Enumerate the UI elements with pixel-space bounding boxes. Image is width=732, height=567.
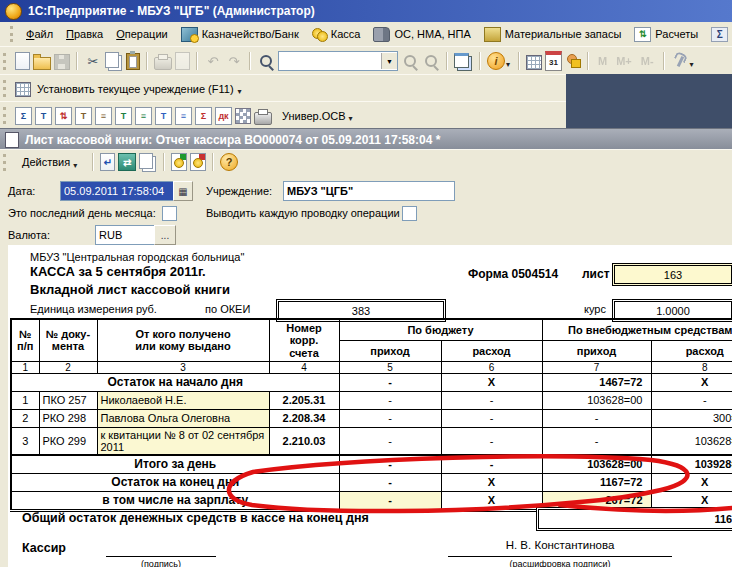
grand-total-field[interactable]: 1167=72 bbox=[536, 507, 732, 531]
chevron-down-icon[interactable]: ▾ bbox=[349, 114, 353, 123]
amount-cell[interactable]: - bbox=[339, 391, 441, 409]
column-number[interactable]: 8 bbox=[651, 361, 732, 373]
checker-report-icon[interactable] bbox=[235, 108, 251, 124]
amount-cell[interactable]: - bbox=[441, 409, 542, 427]
amount-cell[interactable]: - bbox=[542, 409, 651, 427]
summary-turnover-report-icon[interactable]: Σ bbox=[15, 107, 32, 125]
column-header[interactable]: № доку-мента bbox=[39, 319, 97, 361]
service-info-icon[interactable]: i bbox=[487, 52, 505, 70]
column-header[interactable]: От кого полученоили кому выдано bbox=[97, 319, 269, 361]
column-number[interactable]: 4 bbox=[269, 361, 339, 373]
column-number[interactable]: 3 bbox=[97, 361, 269, 373]
amount-cell[interactable]: - bbox=[339, 427, 441, 455]
column-number[interactable]: 2 bbox=[39, 361, 97, 373]
column-group-header[interactable]: По внебюджетным средствам bbox=[542, 319, 732, 340]
amount-cell[interactable]: - bbox=[339, 491, 441, 510]
account-osv-report-icon[interactable]: Т bbox=[155, 107, 172, 125]
menu-edit[interactable]: Правка bbox=[60, 26, 109, 42]
find-previous-icon[interactable] bbox=[422, 52, 440, 70]
date-input[interactable]: 05.09.2011 17:58:04 bbox=[60, 181, 180, 201]
column-subheader[interactable]: расход bbox=[651, 340, 732, 361]
print-osv-icon[interactable] bbox=[254, 112, 272, 125]
amount-cell[interactable]: X bbox=[441, 373, 542, 391]
account-analysis-report-icon[interactable]: Т bbox=[75, 107, 92, 125]
copy-document-icon[interactable] bbox=[139, 153, 153, 169]
column-header[interactable]: Номеркорр.счета bbox=[269, 319, 339, 361]
column-subheader[interactable]: приход bbox=[339, 340, 441, 361]
column-number[interactable]: 6 bbox=[441, 361, 542, 373]
amount-cell[interactable]: - bbox=[651, 391, 732, 409]
copy-icon[interactable] bbox=[105, 52, 119, 68]
account-card-report-icon[interactable]: Т bbox=[115, 107, 132, 125]
posting-journal-report-icon[interactable]: дк bbox=[215, 107, 232, 125]
amount-cell[interactable]: 300=00 bbox=[651, 409, 732, 427]
forward-icon[interactable]: ↷ bbox=[225, 52, 243, 70]
description-cell[interactable]: Николаевой Н.Е. bbox=[97, 391, 269, 409]
summary-postings-report-icon[interactable]: Σ bbox=[195, 107, 212, 125]
chevron-down-icon[interactable]: ▾ bbox=[690, 60, 694, 69]
amount-cell[interactable]: - bbox=[339, 409, 441, 427]
print-icon[interactable] bbox=[154, 57, 172, 70]
column-subheader[interactable]: расход bbox=[441, 340, 542, 361]
description-cell[interactable]: Павлова Ольга Олеговна bbox=[97, 409, 269, 427]
windows-icon[interactable] bbox=[454, 53, 469, 68]
set-institution-button[interactable]: Установить текущее учреждение (F11) bbox=[34, 81, 237, 97]
menu-materials[interactable]: Материальные запасы bbox=[478, 25, 628, 44]
row-number-cell[interactable]: 2 bbox=[11, 409, 39, 427]
menu-assets[interactable]: ОС, НМА, НПА bbox=[367, 25, 476, 44]
menu-settlements[interactable]: ⇅Расчеты bbox=[628, 25, 704, 44]
currency-picker-button[interactable]: ... bbox=[154, 225, 176, 245]
doc-number-cell[interactable]: РКО 299 bbox=[39, 427, 97, 455]
show-postings-checkbox[interactable] bbox=[402, 206, 417, 221]
account-cell[interactable]: 2.208.34 bbox=[269, 409, 339, 427]
amount-cell[interactable]: - bbox=[441, 455, 542, 474]
column-header[interactable]: №п/п bbox=[11, 319, 39, 361]
amount-cell[interactable]: - bbox=[339, 473, 441, 491]
account-cell[interactable]: 2.210.03 bbox=[269, 427, 339, 455]
institution-input[interactable]: МБУЗ "ЦГБ" bbox=[283, 181, 455, 201]
column-number[interactable]: 5 bbox=[339, 361, 441, 373]
currency-input[interactable]: RUB bbox=[95, 225, 161, 245]
show-postings-credit-icon[interactable] bbox=[190, 153, 206, 171]
column-number[interactable]: 7 bbox=[542, 361, 651, 373]
column-number[interactable]: 1 bbox=[11, 361, 39, 373]
amount-cell[interactable]: - bbox=[542, 427, 651, 455]
back-icon[interactable]: ↶ bbox=[204, 52, 222, 70]
combo-dropdown-icon[interactable]: ▼ bbox=[381, 53, 397, 69]
user-permissions-icon[interactable] bbox=[565, 53, 581, 69]
column-subheader[interactable]: приход bbox=[542, 340, 651, 361]
amount-cell[interactable]: - bbox=[441, 427, 542, 455]
section-label-cell[interactable]: Остаток на конец дня bbox=[11, 473, 339, 491]
memory-minus-button[interactable]: M- bbox=[638, 55, 657, 67]
menu-sanctioning[interactable]: ΣСанкционирование bbox=[705, 25, 732, 44]
amount-cell[interactable]: - bbox=[441, 391, 542, 409]
show-postings-debit-icon[interactable] bbox=[171, 153, 187, 171]
help-icon[interactable]: ? bbox=[220, 153, 238, 171]
row-number-cell[interactable]: 1 bbox=[11, 391, 39, 409]
actions-menu-button[interactable]: Действия▾ bbox=[15, 153, 86, 172]
menu-treasury-bank[interactable]: Казначейство/Банк bbox=[175, 25, 305, 44]
amount-cell[interactable]: X bbox=[441, 473, 542, 491]
print-preview-icon[interactable] bbox=[175, 52, 190, 70]
amount-cell[interactable]: 103628=00 bbox=[651, 427, 732, 455]
amount-cell[interactable]: X bbox=[651, 373, 732, 391]
refresh-icon[interactable]: ⇄ bbox=[118, 153, 136, 171]
chevron-down-icon[interactable]: ▾ bbox=[238, 87, 242, 96]
section-label-cell[interactable]: Итого за день bbox=[11, 455, 339, 474]
description-cell[interactable]: к квитанции № 8 от 02 сентября 2011 bbox=[97, 427, 269, 455]
document-flow-report-icon[interactable]: ⇅ bbox=[55, 107, 72, 125]
save-icon[interactable] bbox=[54, 54, 70, 70]
find-next-icon[interactable] bbox=[401, 52, 419, 70]
memory-recall-button[interactable]: M bbox=[595, 55, 610, 67]
section-label-cell[interactable]: Остаток на начало дня bbox=[11, 373, 339, 391]
column-group-header[interactable]: По бюджету bbox=[339, 319, 542, 340]
menu-cash[interactable]: Касса bbox=[306, 26, 367, 43]
new-document-icon[interactable] bbox=[15, 52, 30, 70]
post-and-close-icon[interactable]: ↵ bbox=[100, 153, 115, 171]
calendar-icon[interactable]: 31 bbox=[545, 51, 562, 71]
row-number-cell[interactable]: 3 bbox=[11, 427, 39, 455]
search-combobox[interactable]: ▼ bbox=[278, 51, 398, 71]
amount-cell[interactable]: X bbox=[441, 491, 542, 510]
doc-number-cell[interactable]: РКО 298 bbox=[39, 409, 97, 427]
amount-cell[interactable]: 103628=00 bbox=[542, 391, 651, 409]
